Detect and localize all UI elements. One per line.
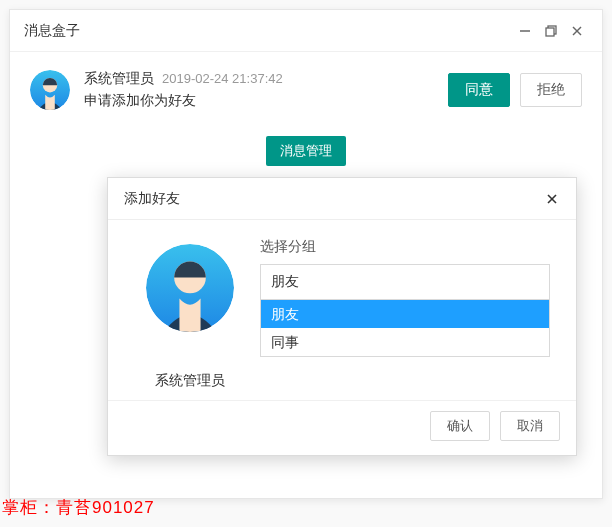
titlebar: 消息盒子 xyxy=(10,10,602,52)
dialog-body: 系统管理员 选择分组 朋友 同事 xyxy=(108,220,576,400)
user-avatar xyxy=(146,244,234,332)
maximize-button[interactable] xyxy=(538,18,564,44)
sender-avatar xyxy=(30,70,70,110)
message-body: 系统管理员 2019-02-24 21:37:42 申请添加你为好友 xyxy=(84,70,448,110)
dialog-title: 添加好友 xyxy=(124,190,540,208)
message-time: 2019-02-24 21:37:42 xyxy=(162,71,283,86)
reject-button[interactable]: 拒绝 xyxy=(520,73,582,107)
group-dropdown: 朋友 同事 xyxy=(260,300,550,357)
message-actions: 同意 拒绝 xyxy=(448,73,582,107)
svg-rect-2 xyxy=(546,28,554,36)
close-button[interactable] xyxy=(564,18,590,44)
user-name-label: 系统管理员 xyxy=(130,372,250,390)
group-select-input[interactable] xyxy=(260,264,550,300)
group-option[interactable]: 朋友 xyxy=(261,300,549,328)
message-content: 申请添加你为好友 xyxy=(84,92,448,110)
minimize-button[interactable] xyxy=(512,18,538,44)
dialog-footer: 确认 取消 xyxy=(108,400,576,455)
window-title: 消息盒子 xyxy=(24,22,512,40)
group-select[interactable]: 朋友 同事 xyxy=(260,264,550,300)
form-column: 选择分组 朋友 同事 xyxy=(250,238,554,390)
group-label: 选择分组 xyxy=(260,238,554,256)
dialog-close-button[interactable] xyxy=(540,187,564,211)
watermark-text: 掌柜：青苔901027 xyxy=(2,496,155,519)
message-manage-button[interactable]: 消息管理 xyxy=(266,136,346,166)
friend-request-item: 系统管理员 2019-02-24 21:37:42 申请添加你为好友 同意 拒绝 xyxy=(10,52,602,128)
accept-button[interactable]: 同意 xyxy=(448,73,510,107)
cancel-button[interactable]: 取消 xyxy=(500,411,560,441)
user-column: 系统管理员 xyxy=(130,238,250,390)
sender-name: 系统管理员 xyxy=(84,70,154,88)
group-option[interactable]: 同事 xyxy=(261,328,549,356)
add-friend-dialog: 添加好友 系统管理员 选择分组 朋 xyxy=(107,177,577,456)
dialog-header: 添加好友 xyxy=(108,178,576,220)
confirm-button[interactable]: 确认 xyxy=(430,411,490,441)
manage-row: 消息管理 xyxy=(10,128,602,180)
